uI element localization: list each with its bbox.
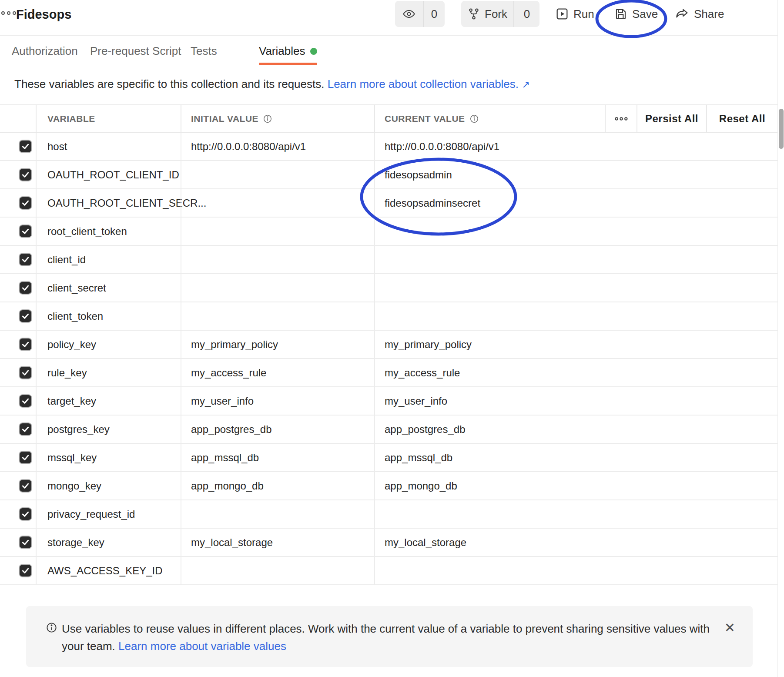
current-value-cell[interactable]: app_mssql_db [374, 444, 778, 471]
variable-row: storage_key my_local_storage my_local_st… [0, 529, 778, 557]
row-enabled-checkbox[interactable] [19, 507, 32, 521]
initial-value-cell[interactable]: http://0.0.0.0:8080/api/v1 [181, 133, 374, 160]
checkmark-icon [21, 396, 30, 406]
watch-count[interactable]: 0 [424, 1, 445, 27]
current-value-cell[interactable] [374, 500, 778, 528]
initial-value-cell[interactable] [181, 161, 374, 188]
toolbar-more-button[interactable] [0, 0, 784, 26]
collection-variables-link[interactable]: Learn more about collection variables. [328, 77, 519, 90]
variable-name-cell[interactable]: root_client_token [36, 218, 181, 245]
current-value-cell[interactable] [374, 246, 778, 273]
variable-values-link[interactable]: Learn more about variable values [118, 640, 286, 653]
variable-row: OAUTH_ROOT_CLIENT_ID fidesopsadmin [0, 161, 778, 189]
table-body: host http://0.0.0.0:8080/api/v1 http://0… [0, 133, 778, 585]
table-more-options-button[interactable] [605, 105, 637, 132]
reset-all-button[interactable]: Reset All [706, 105, 777, 132]
row-enabled-checkbox[interactable] [19, 253, 32, 266]
info-circle-icon[interactable] [263, 114, 272, 124]
initial-value-cell[interactable] [181, 189, 374, 217]
current-value-cell[interactable]: http://0.0.0.0:8080/api/v1 [374, 133, 778, 160]
row-enabled-checkbox[interactable] [19, 394, 32, 408]
current-value-cell[interactable] [374, 218, 778, 245]
row-enabled-checkbox[interactable] [19, 168, 32, 181]
variable-row: OAUTH_ROOT_CLIENT_SECR... fidesopsadmins… [0, 189, 778, 218]
row-enabled-checkbox[interactable] [19, 140, 32, 153]
variable-name-cell[interactable]: policy_key [36, 331, 181, 358]
persist-all-button[interactable]: Persist All [637, 105, 706, 132]
save-button[interactable]: Save [614, 1, 658, 27]
row-enabled-checkbox[interactable] [19, 422, 32, 436]
initial-value-cell[interactable]: my_user_info [181, 387, 374, 415]
row-enabled-checkbox[interactable] [19, 536, 32, 549]
variable-name-cell[interactable]: OAUTH_ROOT_CLIENT_ID [36, 161, 181, 188]
row-enabled-checkbox[interactable] [19, 225, 32, 238]
tab-variables[interactable]: Variables [259, 37, 317, 65]
watch-button[interactable] [395, 1, 423, 27]
initial-value-cell[interactable]: my_local_storage [181, 529, 374, 556]
variable-name-cell[interactable]: client_id [36, 246, 181, 273]
row-enabled-checkbox[interactable] [19, 366, 32, 379]
tab-tests[interactable]: Tests [191, 37, 217, 65]
initial-value-cell[interactable] [181, 274, 374, 302]
variable-name-cell[interactable]: privacy_request_id [36, 500, 181, 528]
initial-value-cell[interactable] [181, 246, 374, 273]
current-value-cell[interactable]: my_access_rule [374, 359, 778, 386]
checkmark-icon [21, 283, 30, 292]
select-all-column [0, 105, 36, 132]
fork-widget[interactable]: Fork 0 [461, 1, 539, 27]
info-circle-icon[interactable] [469, 114, 479, 124]
row-enabled-checkbox[interactable] [19, 338, 32, 351]
initial-value-cell[interactable]: app_mongo_db [181, 472, 374, 499]
variable-name-cell[interactable]: AWS_ACCESS_KEY_ID [36, 557, 181, 584]
current-value-cell[interactable]: app_postgres_db [374, 416, 778, 443]
initial-value-cell[interactable] [181, 302, 374, 330]
variable-name-cell[interactable]: postgres_key [36, 416, 181, 443]
initial-value-cell[interactable] [181, 557, 374, 584]
tab-authorization[interactable]: Authorization [12, 37, 78, 65]
variable-row: mongo_key app_mongo_db app_mongo_db [0, 472, 778, 500]
current-value-cell[interactable]: fidesopsadmin [374, 161, 778, 188]
current-value-cell[interactable]: my_primary_policy [374, 331, 778, 358]
variable-name-cell[interactable]: mongo_key [36, 472, 181, 499]
row-enabled-checkbox[interactable] [19, 564, 32, 577]
row-enabled-checkbox[interactable] [19, 309, 32, 323]
variable-name-cell[interactable]: target_key [36, 387, 181, 415]
variable-row: client_token [0, 302, 778, 331]
fork-count[interactable]: 0 [514, 1, 539, 27]
row-enabled-checkbox[interactable] [19, 451, 32, 464]
initial-value-cell[interactable]: app_postgres_db [181, 416, 374, 443]
current-value-cell[interactable]: app_mongo_db [374, 472, 778, 499]
variable-name-cell[interactable]: client_token [36, 302, 181, 330]
variable-name-cell[interactable]: client_secret [36, 274, 181, 302]
initial-value-cell[interactable] [181, 218, 374, 245]
initial-value-cell[interactable]: app_mssql_db [181, 444, 374, 471]
current-value-cell[interactable] [374, 274, 778, 302]
variable-name-cell[interactable]: mssql_key [36, 444, 181, 471]
current-value-cell[interactable]: my_user_info [374, 387, 778, 415]
close-icon[interactable]: ✕ [724, 620, 735, 635]
fork-button[interactable]: Fork [461, 1, 513, 27]
checkmark-icon [21, 566, 30, 575]
initial-value-cell[interactable]: my_primary_policy [181, 331, 374, 358]
current-value-cell[interactable] [374, 557, 778, 584]
row-enabled-checkbox[interactable] [19, 281, 32, 295]
initial-value-cell[interactable]: my_access_rule [181, 359, 374, 386]
watch-widget[interactable]: 0 [395, 1, 445, 27]
current-value-cell[interactable]: my_local_storage [374, 529, 778, 556]
share-button[interactable]: Share [675, 1, 724, 27]
checkmark-icon [21, 170, 30, 179]
share-label: Share [694, 7, 724, 21]
variable-name-cell[interactable]: rule_key [36, 359, 181, 386]
variable-row: target_key my_user_info my_user_info [0, 387, 778, 416]
initial-value-cell[interactable] [181, 500, 374, 528]
current-value-cell[interactable]: fidesopsadminsecret [374, 189, 778, 217]
variable-name-cell[interactable]: storage_key [36, 529, 181, 556]
variable-name-cell[interactable]: host [36, 133, 181, 160]
run-button[interactable]: Run [555, 1, 594, 27]
row-enabled-checkbox[interactable] [19, 479, 32, 493]
scrollbar-thumb[interactable] [779, 109, 784, 149]
row-enabled-checkbox[interactable] [19, 196, 32, 210]
current-value-cell[interactable] [374, 302, 778, 330]
tab-pre-request-script[interactable]: Pre-request Script [90, 37, 181, 65]
variable-name-cell[interactable]: OAUTH_ROOT_CLIENT_SECR... [36, 189, 181, 217]
